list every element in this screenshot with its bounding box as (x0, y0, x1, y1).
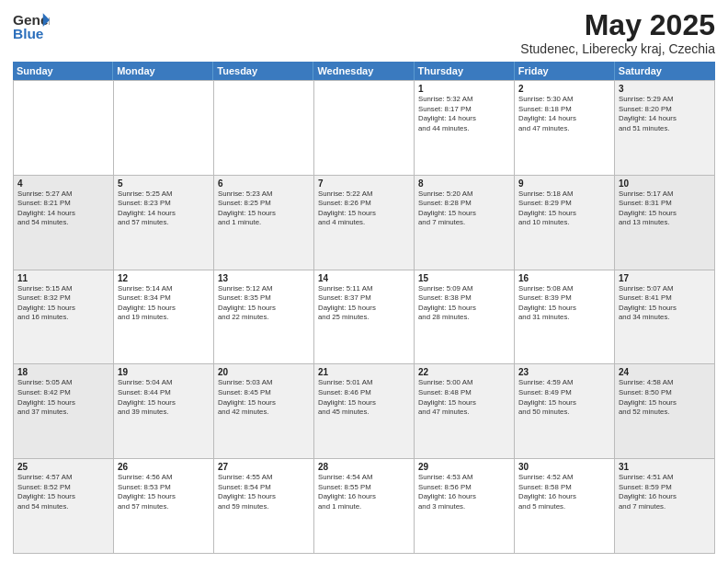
header: General Blue May 2025 Studenec, Libereck… (13, 9, 715, 56)
calendar-week-1: 1Sunrise: 5:32 AM Sunset: 8:17 PM Daylig… (14, 81, 715, 176)
title-block: May 2025 Studenec, Liberecky kraj, Czech… (520, 9, 715, 56)
calendar-week-3: 11Sunrise: 5:15 AM Sunset: 8:32 PM Dayli… (14, 270, 715, 365)
day-number: 14 (318, 273, 410, 283)
day-of-week-friday: Friday (515, 62, 615, 80)
calendar-cell: 25Sunrise: 4:57 AM Sunset: 8:52 PM Dayli… (14, 459, 114, 554)
day-number: 26 (118, 462, 210, 472)
calendar-cell: 22Sunrise: 5:00 AM Sunset: 8:48 PM Dayli… (415, 364, 515, 459)
day-info: Sunrise: 4:53 AM Sunset: 8:56 PM Dayligh… (418, 473, 510, 511)
day-number: 18 (17, 367, 109, 377)
day-number: 16 (518, 273, 610, 283)
day-number: 5 (118, 178, 210, 189)
day-info: Sunrise: 5:20 AM Sunset: 8:28 PM Dayligh… (418, 190, 510, 228)
day-of-week-wednesday: Wednesday (313, 62, 414, 80)
day-number: 19 (118, 367, 210, 377)
day-number: 23 (518, 367, 610, 377)
day-info: Sunrise: 5:25 AM Sunset: 8:23 PM Dayligh… (118, 190, 210, 228)
calendar-cell: 30Sunrise: 4:52 AM Sunset: 8:58 PM Dayli… (515, 459, 615, 554)
svg-text:Blue: Blue (13, 26, 44, 41)
calendar-week-4: 18Sunrise: 5:05 AM Sunset: 8:42 PM Dayli… (14, 364, 715, 459)
calendar-cell (14, 81, 114, 176)
day-info: Sunrise: 5:09 AM Sunset: 8:38 PM Dayligh… (418, 284, 510, 323)
calendar-cell (114, 81, 214, 176)
day-info: Sunrise: 4:58 AM Sunset: 8:50 PM Dayligh… (619, 378, 711, 417)
logo-icon: General Blue (13, 9, 50, 42)
calendar-cell: 5Sunrise: 5:25 AM Sunset: 8:23 PM Daylig… (114, 176, 214, 270)
day-number: 27 (218, 462, 310, 472)
day-info: Sunrise: 5:07 AM Sunset: 8:41 PM Dayligh… (619, 284, 711, 323)
calendar-cell: 14Sunrise: 5:11 AM Sunset: 8:37 PM Dayli… (314, 270, 415, 365)
calendar-cell: 12Sunrise: 5:14 AM Sunset: 8:34 PM Dayli… (114, 270, 214, 365)
day-of-week-tuesday: Tuesday (213, 62, 313, 80)
calendar-subtitle: Studenec, Liberecky kraj, Czechia (520, 41, 715, 56)
calendar-cell: 16Sunrise: 5:08 AM Sunset: 8:39 PM Dayli… (515, 270, 615, 365)
day-number: 2 (518, 84, 610, 94)
calendar-cell: 19Sunrise: 5:04 AM Sunset: 8:44 PM Dayli… (114, 364, 214, 459)
day-number: 22 (418, 367, 510, 377)
calendar-body: 1Sunrise: 5:32 AM Sunset: 8:17 PM Daylig… (13, 80, 715, 554)
calendar-cell: 21Sunrise: 5:01 AM Sunset: 8:46 PM Dayli… (314, 364, 415, 459)
day-info: Sunrise: 5:14 AM Sunset: 8:34 PM Dayligh… (118, 284, 210, 323)
day-number: 31 (619, 462, 711, 472)
calendar-cell: 20Sunrise: 5:03 AM Sunset: 8:45 PM Dayli… (214, 364, 314, 459)
day-info: Sunrise: 5:23 AM Sunset: 8:25 PM Dayligh… (218, 190, 310, 228)
calendar-cell: 29Sunrise: 4:53 AM Sunset: 8:56 PM Dayli… (415, 459, 515, 554)
day-number: 20 (218, 367, 310, 377)
day-info: Sunrise: 4:51 AM Sunset: 8:59 PM Dayligh… (619, 473, 711, 511)
day-number: 6 (218, 178, 310, 189)
calendar-cell: 28Sunrise: 4:54 AM Sunset: 8:55 PM Dayli… (314, 459, 415, 554)
day-number: 11 (17, 273, 109, 283)
day-of-week-monday: Monday (113, 62, 213, 80)
day-info: Sunrise: 5:30 AM Sunset: 8:18 PM Dayligh… (518, 95, 610, 133)
calendar-cell: 3Sunrise: 5:29 AM Sunset: 8:20 PM Daylig… (615, 81, 715, 176)
day-info: Sunrise: 4:59 AM Sunset: 8:49 PM Dayligh… (518, 378, 610, 417)
day-info: Sunrise: 4:57 AM Sunset: 8:52 PM Dayligh… (17, 473, 109, 511)
day-number: 21 (318, 367, 410, 377)
calendar-cell: 13Sunrise: 5:12 AM Sunset: 8:35 PM Dayli… (214, 270, 314, 365)
day-info: Sunrise: 5:15 AM Sunset: 8:32 PM Dayligh… (17, 284, 109, 323)
day-number: 12 (118, 273, 210, 283)
day-info: Sunrise: 5:18 AM Sunset: 8:29 PM Dayligh… (518, 190, 610, 228)
calendar-cell: 4Sunrise: 5:27 AM Sunset: 8:21 PM Daylig… (14, 176, 114, 270)
day-number: 17 (619, 273, 711, 283)
calendar-cell (314, 81, 415, 176)
day-info: Sunrise: 4:52 AM Sunset: 8:58 PM Dayligh… (518, 473, 610, 511)
day-number: 4 (17, 178, 109, 189)
calendar-cell: 24Sunrise: 4:58 AM Sunset: 8:50 PM Dayli… (615, 364, 715, 459)
day-number: 7 (318, 178, 410, 189)
day-number: 15 (418, 273, 510, 283)
calendar-cell: 7Sunrise: 5:22 AM Sunset: 8:26 PM Daylig… (314, 176, 415, 270)
day-info: Sunrise: 5:29 AM Sunset: 8:20 PM Dayligh… (619, 95, 711, 133)
day-info: Sunrise: 5:00 AM Sunset: 8:48 PM Dayligh… (418, 378, 510, 417)
day-of-week-thursday: Thursday (415, 62, 515, 80)
day-info: Sunrise: 5:05 AM Sunset: 8:42 PM Dayligh… (17, 378, 109, 417)
day-number: 24 (619, 367, 711, 377)
day-info: Sunrise: 5:27 AM Sunset: 8:21 PM Dayligh… (17, 190, 109, 228)
day-info: Sunrise: 5:03 AM Sunset: 8:45 PM Dayligh… (218, 378, 310, 417)
day-info: Sunrise: 5:12 AM Sunset: 8:35 PM Dayligh… (218, 284, 310, 323)
day-info: Sunrise: 5:01 AM Sunset: 8:46 PM Dayligh… (318, 378, 410, 417)
calendar-cell: 31Sunrise: 4:51 AM Sunset: 8:59 PM Dayli… (615, 459, 715, 554)
calendar-week-2: 4Sunrise: 5:27 AM Sunset: 8:21 PM Daylig… (14, 176, 715, 270)
calendar: SundayMondayTuesdayWednesdayThursdayFrid… (13, 62, 715, 554)
day-of-week-sunday: Sunday (13, 62, 113, 80)
day-number: 9 (518, 178, 610, 189)
calendar-cell: 10Sunrise: 5:17 AM Sunset: 8:31 PM Dayli… (615, 176, 715, 270)
calendar-title: May 2025 (520, 9, 715, 41)
day-info: Sunrise: 5:11 AM Sunset: 8:37 PM Dayligh… (318, 284, 410, 323)
day-number: 25 (17, 462, 109, 472)
day-number: 3 (619, 84, 711, 94)
day-info: Sunrise: 4:55 AM Sunset: 8:54 PM Dayligh… (218, 473, 310, 511)
calendar-cell: 2Sunrise: 5:30 AM Sunset: 8:18 PM Daylig… (515, 81, 615, 176)
day-number: 8 (418, 178, 510, 189)
day-number: 29 (418, 462, 510, 472)
page: General Blue May 2025 Studenec, Libereck… (0, 0, 728, 563)
calendar-cell: 8Sunrise: 5:20 AM Sunset: 8:28 PM Daylig… (415, 176, 515, 270)
logo: General Blue (13, 9, 51, 42)
day-info: Sunrise: 5:08 AM Sunset: 8:39 PM Dayligh… (518, 284, 610, 323)
day-number: 10 (619, 178, 711, 189)
day-info: Sunrise: 5:04 AM Sunset: 8:44 PM Dayligh… (118, 378, 210, 417)
day-number: 30 (518, 462, 610, 472)
day-info: Sunrise: 5:17 AM Sunset: 8:31 PM Dayligh… (619, 190, 711, 228)
day-number: 1 (418, 84, 510, 94)
